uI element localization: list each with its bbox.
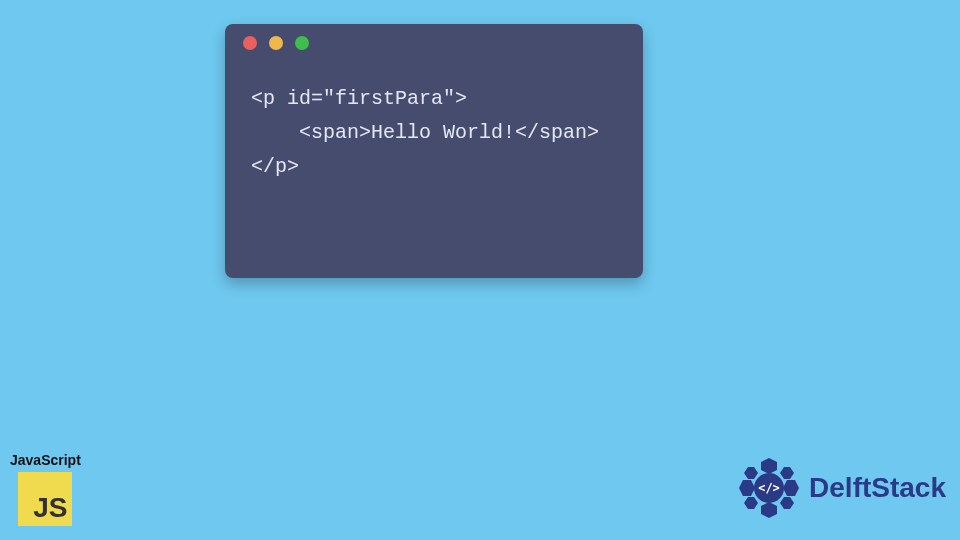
- javascript-label: JavaScript: [10, 452, 81, 468]
- brand-glyph: </>: [758, 481, 780, 495]
- delftstack-name: DelftStack: [809, 472, 946, 504]
- svg-marker-4: [780, 467, 794, 479]
- maximize-icon[interactable]: [295, 36, 309, 50]
- svg-marker-2: [783, 480, 799, 496]
- javascript-logo-icon: JS: [18, 472, 72, 526]
- minimize-icon[interactable]: [269, 36, 283, 50]
- svg-marker-7: [744, 497, 758, 509]
- svg-marker-0: [761, 458, 777, 474]
- delftstack-logo-icon: </>: [737, 456, 801, 520]
- code-content: <p id="firstPara"> <span>Hello World!</s…: [225, 62, 643, 204]
- code-line-1: <p id="firstPara">: [251, 87, 467, 110]
- delftstack-brand: </> DelftStack: [737, 456, 946, 520]
- svg-marker-3: [739, 480, 755, 496]
- code-window: <p id="firstPara"> <span>Hello World!</s…: [225, 24, 643, 278]
- javascript-logo-text: JS: [33, 492, 67, 524]
- svg-marker-6: [780, 497, 794, 509]
- window-titlebar: [225, 24, 643, 62]
- svg-marker-5: [744, 467, 758, 479]
- javascript-badge: JavaScript JS: [10, 452, 81, 526]
- close-icon[interactable]: [243, 36, 257, 50]
- svg-marker-1: [761, 502, 777, 518]
- code-line-2: <span>Hello World!</span>: [251, 121, 599, 144]
- code-line-3: </p>: [251, 155, 299, 178]
